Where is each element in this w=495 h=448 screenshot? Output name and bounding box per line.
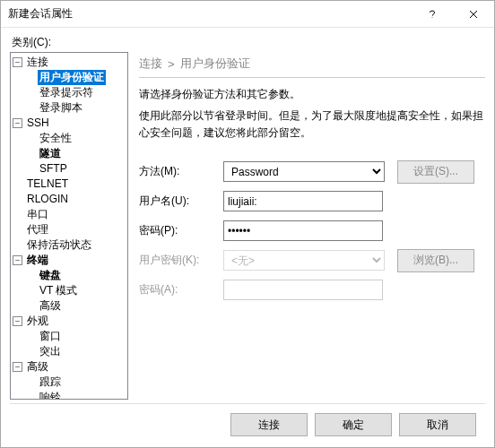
tree-item-16[interactable]: 高级 [13,298,127,314]
label-userkey: 用户密钥(K): [139,253,223,268]
tree-item-14[interactable]: 键盘 [13,268,127,283]
breadcrumb-root: 连接 [139,56,162,72]
tree-item-8[interactable]: TELNET [13,177,127,192]
tree-item-label: 代理 [25,222,50,237]
chevron-right-icon: > [168,57,175,71]
window-controls [412,1,494,27]
tree-item-label: SSH [25,116,51,131]
select-method[interactable]: Password [223,161,385,182]
category-tree[interactable]: −连接用户身份验证登录提示符登录脚本−SSH安全性隧道SFTPTELNETRLO… [10,52,128,400]
breadcrumb-leaf: 用户身份验证 [180,56,250,72]
input-password[interactable] [223,220,383,241]
row-userkey: 用户密钥(K): <无> 浏览(B)... [139,250,485,271]
tree-item-2[interactable]: 登录提示符 [13,85,127,100]
dialog-footer: 连接 确定 取消 [10,404,485,447]
close-icon[interactable] [453,1,494,27]
row-method: 方法(M): Password 设置(S)... [139,161,485,182]
select-userkey: <无> [223,250,385,271]
tree-item-22[interactable]: 响铃 [13,390,127,400]
tree-item-5[interactable]: 安全性 [13,131,127,146]
tree-item-label: SFTP [38,161,69,177]
tree-item-1[interactable]: 用户身份验证 [13,70,127,85]
tree-item-3[interactable]: 登录脚本 [13,100,127,116]
tree-item-label: 响铃 [38,390,63,400]
row-password: 密码(P): [139,220,485,241]
tree-twisty-icon[interactable]: − [13,362,22,372]
tree-twisty-icon[interactable]: − [13,255,22,265]
tree-twisty-icon[interactable]: − [13,118,22,128]
tree-item-label: 保持活动状态 [25,237,93,253]
settings-button[interactable]: 设置(S)... [397,160,474,184]
tree-item-label: 外观 [25,314,50,329]
tree-item-19[interactable]: 突出 [13,344,127,359]
tree-item-label: 连接 [25,55,50,70]
tree-item-label: 隧道 [38,146,63,161]
ok-button[interactable]: 确定 [315,413,392,436]
row-username: 用户名(U): [139,191,485,211]
tree-item-7[interactable]: SFTP [13,161,127,177]
label-password2: 密码(A): [139,282,223,297]
titlebar: 新建会话属性 [1,1,494,28]
tree-item-label: TELNET [25,177,70,192]
label-method: 方法(M): [139,164,223,179]
tree-item-6[interactable]: 隧道 [13,146,127,161]
tree-item-label: 跟踪 [38,375,63,390]
label-username: 用户名(U): [139,194,223,209]
tree-item-label: RLOGIN [25,192,70,207]
tree-item-12[interactable]: 保持活动状态 [13,237,127,253]
tree-twisty-icon[interactable]: − [13,316,22,326]
tree-item-13[interactable]: −终端 [13,253,127,268]
tree-item-15[interactable]: VT 模式 [13,283,127,298]
help-icon[interactable] [412,1,453,27]
cancel-button[interactable]: 取消 [399,413,476,436]
tree-item-label: 高级 [25,359,50,375]
tree-item-label: 键盘 [38,268,63,283]
tree-item-label: 安全性 [38,131,74,146]
tree-item-label: 串口 [25,207,50,222]
browse-button: 浏览(B)... [397,249,474,272]
tree-item-label: 登录提示符 [38,85,95,100]
tree-item-label: 终端 [25,253,50,268]
tree-item-label: 突出 [38,344,63,359]
row-password2: 密码(A): [139,280,485,300]
tree-item-label: 用户身份验证 [38,70,106,85]
tree-item-label: VT 模式 [38,283,79,298]
tree-item-label: 窗口 [38,329,63,344]
tree-item-10[interactable]: 串口 [13,207,127,222]
tree-item-17[interactable]: −外观 [13,314,127,329]
category-label: 类别(C): [12,35,485,50]
main-row: −连接用户身份验证登录提示符登录脚本−SSH安全性隧道SFTPTELNETRLO… [10,52,485,400]
dialog-window: 新建会话属性 类别(C): −连接用户身份验证登录提示符登录脚本−SSH安全性隧… [0,0,495,448]
connect-button[interactable]: 连接 [230,413,308,436]
tree-item-label: 高级 [38,298,63,314]
window-title: 新建会话属性 [8,6,412,22]
input-username[interactable] [223,191,383,211]
tree-item-4[interactable]: −SSH [13,116,127,131]
divider [139,77,485,78]
label-password: 密码(P): [139,223,223,238]
tree-item-18[interactable]: 窗口 [13,329,127,344]
tree-item-20[interactable]: −高级 [13,359,127,375]
tree-item-11[interactable]: 代理 [13,222,127,237]
description-2: 使用此部分以节省登录时间。但是，为了最大限度地提高安全性，如果担心安全问题，建议… [139,108,485,142]
input-password2 [223,280,383,300]
tree-twisty-icon[interactable]: − [13,57,22,67]
tree-item-9[interactable]: RLOGIN [13,192,127,207]
tree-item-label: 登录脚本 [38,100,84,116]
tree-item-0[interactable]: −连接 [13,55,127,70]
breadcrumb: 连接 > 用户身份验证 [139,52,485,77]
right-pane: 连接 > 用户身份验证 请选择身份验证方法和其它参数。 使用此部分以节省登录时间… [128,52,485,400]
tree-item-21[interactable]: 跟踪 [13,375,127,390]
description-1: 请选择身份验证方法和其它参数。 [139,87,485,102]
dialog-body: 类别(C): −连接用户身份验证登录提示符登录脚本−SSH安全性隧道SFTPTE… [1,28,494,447]
